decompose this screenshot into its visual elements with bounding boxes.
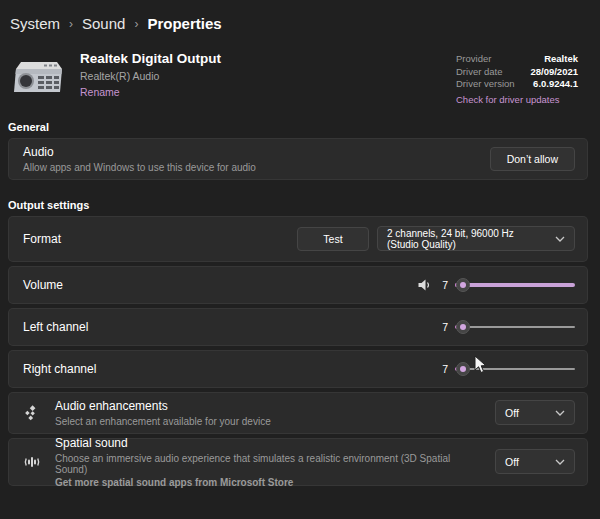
left-channel-slider-thumb[interactable] [456,320,470,334]
audio-access-card: Audio Allow apps and Windows to use this… [8,138,588,180]
device-header: Realtek Digital Output Realtek(R) Audio … [10,51,578,105]
chevron-down-icon [555,410,565,416]
right-channel-slider-track[interactable] [455,368,575,370]
section-general: General [8,121,600,133]
left-channel-value: 7 [440,321,448,333]
driver-date-row: Driver date 28/09/2021 [456,66,578,79]
volume-slider-thumb[interactable] [456,278,470,292]
audio-access-subtitle: Allow apps and Windows to use this devic… [23,162,256,173]
enhancements-subtitle: Select an enhancement available for your… [55,416,271,427]
left-channel-slider-track[interactable] [455,326,575,328]
right-channel-slider-thumb[interactable] [456,362,470,376]
driver-version-row: Driver version 6.0.9244.1 [456,78,578,91]
breadcrumb-sound[interactable]: Sound [82,15,125,32]
audio-enhancements-card: Audio enhancements Select an enhancement… [8,392,588,434]
device-driver-name: Realtek(R) Audio [80,70,221,82]
format-label: Format [23,232,61,246]
volume-label: Volume [23,278,63,292]
driver-version-value: 6.0.9244.1 [533,78,578,91]
right-channel-label: Right channel [23,362,96,376]
rename-link[interactable]: Rename [80,86,221,98]
left-channel-label: Left channel [23,320,88,334]
spatial-dropdown[interactable]: Off [495,449,575,474]
page-title: Properties [147,15,221,32]
audio-device-icon [10,55,64,99]
enhancements-title: Audio enhancements [55,399,271,413]
driver-info: Provider Realtek Driver date 28/09/2021 … [456,53,578,105]
driver-date-label: Driver date [456,66,502,79]
breadcrumb-separator: › [69,16,73,31]
driver-date-value: 28/09/2021 [530,66,578,79]
right-channel-value: 7 [440,363,448,375]
breadcrumb-system[interactable]: System [10,15,60,32]
section-output-settings: Output settings [8,199,600,211]
enhancements-selected-value: Off [505,407,519,419]
enhancements-dropdown[interactable]: Off [495,400,575,425]
left-channel-slider[interactable] [455,319,575,335]
breadcrumb-separator: › [134,16,138,31]
spatial-subtitle: Choose an immersive audio experience tha… [55,453,485,475]
spatial-title: Spatial sound [55,436,485,450]
driver-version-label: Driver version [456,78,515,91]
volume-slider-track[interactable] [455,283,575,287]
spatial-selected-value: Off [505,456,519,468]
spatial-store-link[interactable]: Get more spatial sound apps from Microso… [55,477,485,488]
audio-access-title: Audio [23,145,256,159]
driver-provider-value: Realtek [544,53,578,66]
volume-slider[interactable] [455,277,575,293]
breadcrumb: System › Sound › Properties [0,0,600,34]
driver-provider-row: Provider Realtek [456,53,578,66]
left-channel-card: Left channel 7 [8,308,588,346]
check-driver-updates-link[interactable]: Check for driver updates [456,94,578,105]
volume-value: 7 [440,279,448,291]
speaker-icon [417,278,431,292]
right-channel-card: Right channel 7 [8,350,588,388]
dont-allow-button[interactable]: Don’t allow [490,147,575,171]
format-card: Format Test 2 channels, 24 bit, 96000 Hz… [8,216,588,262]
format-dropdown[interactable]: 2 channels, 24 bit, 96000 Hz (Studio Qua… [377,226,575,251]
chevron-down-icon [555,459,565,465]
device-name: Realtek Digital Output [80,51,221,66]
chevron-down-icon [555,236,565,242]
format-selected-value: 2 channels, 24 bit, 96000 Hz (Studio Qua… [387,228,547,250]
enhancements-icon [21,405,43,421]
test-button[interactable]: Test [297,227,369,251]
spatial-sound-card: Spatial sound Choose an immersive audio … [8,438,588,486]
driver-provider-label: Provider [456,53,491,66]
right-channel-slider[interactable] [455,361,575,377]
spatial-sound-icon [21,453,43,471]
volume-card: Volume 7 [8,266,588,304]
